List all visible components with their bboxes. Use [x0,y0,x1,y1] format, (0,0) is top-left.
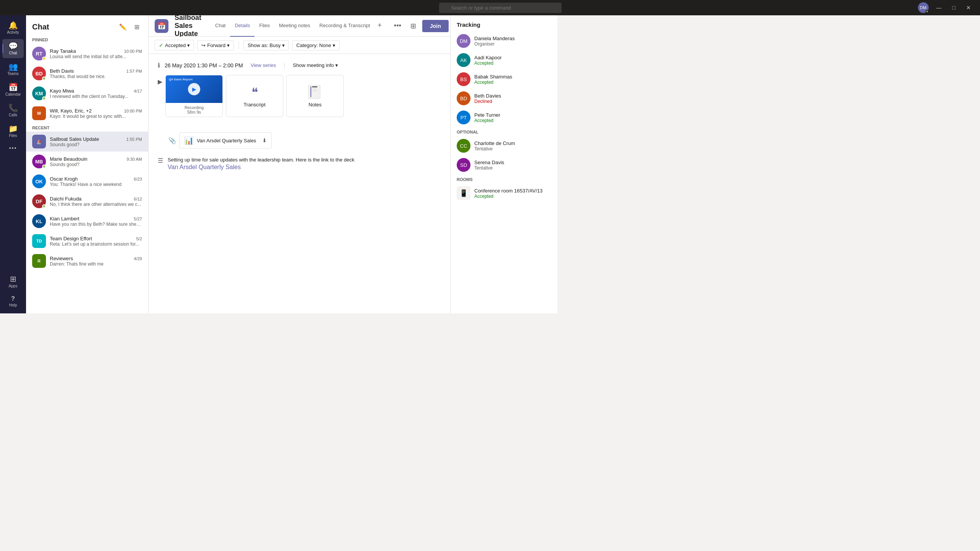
sidebar-item-apps[interactable]: ⊞ Apps [2,272,24,291]
chat-item-reviewers[interactable]: R Reviewers4/29 Darren: Thats fine with … [26,251,148,271]
show-meeting-info-link[interactable]: Show meeting info ▾ [293,62,338,68]
details-toolbar: ✓ Accepted ▾ ↪ Forward ▾ Show as: Busy ▾ [149,37,450,54]
chat-item-info-marie: Marie Beaudouin9:30 AM Sounds good? [50,156,142,167]
chat-item-info-beth: Beth Davis1:57 PM Thanks, that would be … [50,68,142,79]
view-series-link[interactable]: View series [251,62,276,68]
description-row: ☰ Setting up time for sale updates with … [158,156,441,171]
more-icon: ••• [9,145,17,151]
tracking-panel: Tracking DM Daniela Manderas Organiser A… [450,15,557,313]
chat-preview-reviewers: Darren: Thats fine with me [50,261,142,267]
recording-duration: 58m 9s [185,110,204,114]
chat-item-marie[interactable]: MB Marie Beaudouin9:30 AM Sounds good? [26,152,148,171]
avatar-beth: BD [32,67,46,80]
chat-preview-team-design: Reta: Let's set up a brainstorm session … [50,241,142,247]
chat-item-kian[interactable]: KL Kian Lambert5/27 Have you ran this by… [26,211,148,231]
chat-preview-daichi: No, I think there are other alternatives… [50,202,142,207]
show-as-button[interactable]: Show as: Busy ▾ [243,40,289,51]
tracking-room: 📱 Conference room 16537/AV/13 Accepted [457,186,551,200]
search-input[interactable] [439,3,557,13]
avatar-daichi: DF [32,194,46,208]
tab-add[interactable]: + [375,15,385,37]
meeting-icon: 📅 [155,19,168,33]
chat-item-beth[interactable]: BD Beth Davis1:57 PM Thanks, that would … [26,64,148,83]
chat-preview-marie: Sounds good? [50,162,142,167]
chat-item-daichi[interactable]: DF Daichi Fukuda6/12 No, I think there a… [26,191,148,211]
tab-meeting-notes[interactable]: Meeting notes [274,15,315,37]
meeting-main: 📅 Sailboat Sales Update Chat Details Fil… [149,15,450,313]
attachment-name: Van Arsdel Quarterly Sales [197,138,256,143]
sidebar-item-chat[interactable]: 💬 Chat [2,39,24,58]
description-link[interactable]: Van Arsdel Quarterly Sales [168,164,241,170]
ppt-icon: 📊 [184,136,194,145]
filter-button[interactable]: ⊞ [131,21,142,32]
tracking-person-beth-d: BD Beth Davies Declined [457,91,551,105]
avatar-ray: RT [32,47,46,60]
tracking-person-aadi: AK Aadi Kapoor Accepted [457,53,551,67]
tracking-name-pete: Pete Turner [474,112,500,118]
chat-item-kayo[interactable]: KM Kayo Miwa4/17 I reviewed with the cli… [26,83,148,103]
tab-chat[interactable]: Chat [211,15,230,37]
accepted-button[interactable]: ✓ Accepted ▾ [155,40,194,51]
sidebar-item-more[interactable]: ••• [2,142,24,154]
category-button[interactable]: Category: None ▾ [292,40,340,51]
tracking-person-daniela: DM Daniela Manderas Organiser [457,34,551,48]
chat-panel-title: Chat [32,23,49,31]
new-chat-button[interactable]: ✏️ [118,21,128,32]
chat-time-marie: 9:30 AM [127,157,142,161]
titlebar: 🔍 DM — □ ✕ [0,0,557,15]
status-marie [42,165,46,168]
recording-card[interactable]: Q4 Sales Report ▶ Recording 58m 9s [165,75,223,117]
chat-name-marie: Marie Beaudouin [50,156,87,162]
sidebar-item-teams[interactable]: 👥 Teams [2,60,24,79]
chat-time-kian: 5/27 [134,217,142,221]
sidebar-item-label-calendar: Calendar [5,92,21,96]
category-label: Category: None [296,42,331,48]
sidebar-item-label-files: Files [9,134,17,138]
transcript-card[interactable]: ❝ Transcript [226,75,283,117]
sidebar-item-help[interactable]: ? Help [2,293,24,310]
status-daichi [42,204,46,208]
join-button[interactable]: Join [422,20,449,32]
chat-name-kian: Kian Lambert [50,216,79,222]
avatar-reviewers: R [32,254,46,268]
more-options-button[interactable]: ••• [391,20,404,31]
attachment-card[interactable]: 📊 Van Arsdel Quarterly Sales ⬇ [179,132,272,148]
show-as-label: Show as: Busy [248,42,281,48]
chat-item-will[interactable]: W Will, Kayo, Eric, +210:00 PM Kayo: It … [26,103,148,123]
download-icon[interactable]: ⬇ [262,137,267,143]
rooms-section-label: Rooms [457,177,551,182]
tracking-name-aadi: Aadi Kapoor [474,55,502,60]
chat-item-sailboat[interactable]: ⛵ Sailboat Sales Update1:55 PM Sounds go… [26,132,148,152]
chat-preview-sailboat: Sounds good? [50,142,142,147]
chat-name-daichi: Daichi Fukuda [50,196,82,202]
chat-item-oscar[interactable]: OK Oscar Krogh6/23 You: Thanks! Have a n… [26,171,148,191]
avatar-aadi: AK [457,53,470,67]
chat-item-info-ray: Ray Tanaka10:00 PM Louisa will send the … [50,48,142,59]
tab-details[interactable]: Details [230,15,255,37]
sidebar: 🔔 Activity 💬 Chat 👥 Teams 📅 Calendar 📞 C… [0,15,26,313]
forward-button[interactable]: ↪ Forward ▾ [197,40,234,51]
calendar-icon: 📅 [8,83,18,91]
tracking-status-babak: Accepted [474,80,512,85]
tab-recording-transcript[interactable]: Recording & Transcript [315,15,374,37]
tracking-person-serena: SD Serena Davis Tentative [457,158,551,172]
search-wrap: 🔍 [439,3,557,13]
chat-item-ray[interactable]: RT Ray Tanaka10:00 PM Louisa will send t… [26,44,148,64]
chat-item-info-team-design: Team Design Effort5/2 Reta: Let's set up… [50,236,142,247]
notes-card[interactable]: Notes [286,75,344,117]
tracking-name-charlotte: Charlotte de Crum [474,140,515,146]
view-switch-button[interactable]: ⊞ [407,20,419,32]
room-icon: 📱 [457,186,470,200]
files-icon: 📁 [8,125,18,132]
room-name: Conference room 16537/AV/13 [474,188,542,194]
chat-item-info-will: Will, Kayo, Eric, +210:00 PM Kayo: It wo… [50,108,142,119]
sidebar-item-calendar[interactable]: 📅 Calendar [2,80,24,99]
sidebar-item-files[interactable]: 📁 Files [2,122,24,141]
show-meeting-chevron-icon: ▾ [335,62,338,68]
tracking-title: Tracking [457,21,551,28]
chat-name-kayo: Kayo Miwa [50,88,74,94]
chat-item-team-design[interactable]: TD Team Design Effort5/2 Reta: Let's set… [26,231,148,251]
tab-files[interactable]: Files [255,15,274,37]
sidebar-item-activity[interactable]: 🔔 Activity [2,18,24,37]
sidebar-item-calls[interactable]: 📞 Calls [2,101,24,120]
